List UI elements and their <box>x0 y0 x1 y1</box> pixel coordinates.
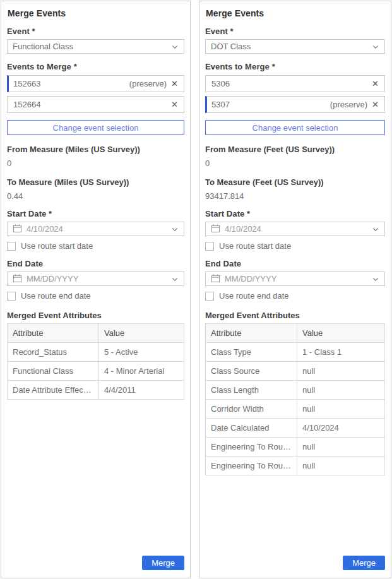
to-measure-label: To Measure (Miles (US Survey)) <box>7 177 184 187</box>
table-row: Corridor Widthnull <box>206 400 385 419</box>
use-route-start-date-checkbox[interactable] <box>205 242 214 251</box>
from-measure-value: 0 <box>7 158 184 168</box>
chevron-down-icon <box>372 275 379 283</box>
table-cell: Date Calculated <box>206 419 297 438</box>
end-date-picker[interactable]: MM/DD/YYYY <box>205 272 385 286</box>
events-to-merge-label: Events to Merge * <box>205 62 385 71</box>
table-row: Engineering To Route ...null <box>206 457 385 475</box>
event-label: Event * <box>205 27 385 36</box>
start-date-picker[interactable]: 4/10/2024 <box>7 222 184 236</box>
merge-button[interactable]: Merge <box>142 556 184 570</box>
use-route-start-date-row: Use route start date <box>7 241 184 251</box>
to-measure-value: 93417.814 <box>205 191 385 201</box>
change-event-selection-button[interactable]: Change event selection <box>205 120 385 135</box>
event-select[interactable]: DOT Class <box>205 39 385 54</box>
chevron-down-icon <box>171 225 179 233</box>
start-date-value: 4/10/2024 <box>225 224 367 234</box>
event-to-merge-item[interactable]: 5306 ✕ <box>205 75 385 92</box>
table-row: Engineering To RouteIDnull <box>206 438 385 457</box>
calendar-icon <box>211 273 220 285</box>
start-date-label: Start Date * <box>205 209 385 218</box>
table-cell: Record_Status <box>8 343 99 362</box>
preserve-tag: (preserve) <box>129 79 167 88</box>
use-route-end-date-checkbox[interactable] <box>7 292 16 301</box>
event-to-merge-item[interactable]: 152663 (preserve) ✕ <box>7 75 184 92</box>
from-measure-label: From Measure (Feet (US Survey)) <box>205 145 385 154</box>
use-route-start-date-checkbox[interactable] <box>7 242 16 251</box>
column-header: Attribute <box>206 324 297 343</box>
start-date-picker[interactable]: 4/10/2024 <box>205 222 385 236</box>
table-row: Class Lengthnull <box>206 381 385 400</box>
table-cell: Class Type <box>206 343 297 362</box>
merged-event-attributes-title: Merged Event Attributes <box>205 311 385 320</box>
use-route-end-date-checkbox[interactable] <box>205 292 214 301</box>
close-icon[interactable]: ✕ <box>171 80 178 88</box>
table-cell: null <box>297 438 385 457</box>
use-route-start-date-label: Use route start date <box>219 241 291 251</box>
merged-event-attributes-table: AttributeValueRecord_Status5 - ActiveFun… <box>7 323 184 400</box>
use-route-start-date-label: Use route start date <box>21 241 93 251</box>
event-to-merge-item[interactable]: 5307 (preserve) ✕ <box>205 96 385 113</box>
use-route-end-date-row: Use route end date <box>7 291 184 301</box>
from-measure-label: From Measure (Miles (US Survey)) <box>7 145 184 154</box>
close-icon[interactable]: ✕ <box>171 100 178 109</box>
event-to-merge-item[interactable]: 152664 ✕ <box>7 96 184 113</box>
table-header-row: AttributeValue <box>206 324 385 343</box>
use-route-end-date-label: Use route end date <box>21 291 91 301</box>
from-measure-value: 0 <box>205 158 385 168</box>
table-cell: Engineering To Route ... <box>206 457 297 475</box>
end-date-label: End Date <box>7 259 184 268</box>
merge-button[interactable]: Merge <box>343 556 385 570</box>
event-label: Event * <box>7 27 184 36</box>
merged-event-attributes-table: AttributeValueClass Type1 - Class 1Class… <box>205 323 385 475</box>
table-cell: null <box>297 457 385 475</box>
table-header-row: AttributeValue <box>8 324 184 343</box>
to-measure-value: 0.44 <box>7 191 184 201</box>
table-cell: 4/4/2011 <box>99 381 184 400</box>
events-to-merge-label: Events to Merge * <box>7 62 184 71</box>
table-cell: Class Source <box>206 362 297 381</box>
close-icon[interactable]: ✕ <box>372 80 379 88</box>
start-date-label: Start Date * <box>7 209 184 218</box>
chevron-down-icon <box>372 225 379 233</box>
table-row: Functional Class4 - Minor Arterial <box>8 362 184 381</box>
table-cell: 4 - Minor Arterial <box>99 362 184 381</box>
table-cell: Engineering To RouteID <box>206 438 297 457</box>
table-cell: 4/10/2024 <box>297 419 385 438</box>
column-header: Attribute <box>8 324 99 343</box>
table-row: Class Type1 - Class 1 <box>206 343 385 362</box>
table-cell: 1 - Class 1 <box>297 343 385 362</box>
end-date-value: MM/DD/YYYY <box>225 274 367 284</box>
table-cell: null <box>297 362 385 381</box>
merged-event-attributes-title: Merged Event Attributes <box>7 311 184 320</box>
chevron-down-icon <box>372 43 379 51</box>
end-date-label: End Date <box>205 259 385 268</box>
close-icon[interactable]: ✕ <box>372 100 379 109</box>
merge-events-workspace: Merge Events Event * Functional Class Ev… <box>0 0 392 579</box>
event-select[interactable]: Functional Class <box>7 39 184 54</box>
event-id: 5307 <box>211 100 330 109</box>
use-route-end-date-row: Use route end date <box>205 291 385 301</box>
calendar-icon <box>13 224 22 235</box>
table-cell: Date Attribute Effective <box>8 381 99 400</box>
calendar-icon <box>13 273 22 285</box>
table-cell: Class Length <box>206 381 297 400</box>
use-route-start-date-row: Use route start date <box>205 241 385 251</box>
column-header: Value <box>297 324 385 343</box>
preserve-tag: (preserve) <box>330 100 367 109</box>
column-header: Value <box>99 324 184 343</box>
end-date-value: MM/DD/YYYY <box>27 274 167 284</box>
event-id: 152664 <box>13 100 167 109</box>
merge-events-panel-left: Merge Events Event * Functional Class Ev… <box>1 1 191 578</box>
event-id: 5306 <box>211 79 367 88</box>
end-date-picker[interactable]: MM/DD/YYYY <box>7 272 184 286</box>
start-date-value: 4/10/2024 <box>27 224 167 234</box>
calendar-icon <box>211 224 220 235</box>
table-row: Class Sourcenull <box>206 362 385 381</box>
table-cell: Corridor Width <box>206 400 297 419</box>
event-select-value: DOT Class <box>211 42 372 51</box>
table-row: Record_Status5 - Active <box>8 343 184 362</box>
merge-events-panel-right: Merge Events Event * DOT Class Events to… <box>199 1 391 578</box>
table-row: Date Calculated4/10/2024 <box>206 419 385 438</box>
change-event-selection-button[interactable]: Change event selection <box>7 120 184 135</box>
